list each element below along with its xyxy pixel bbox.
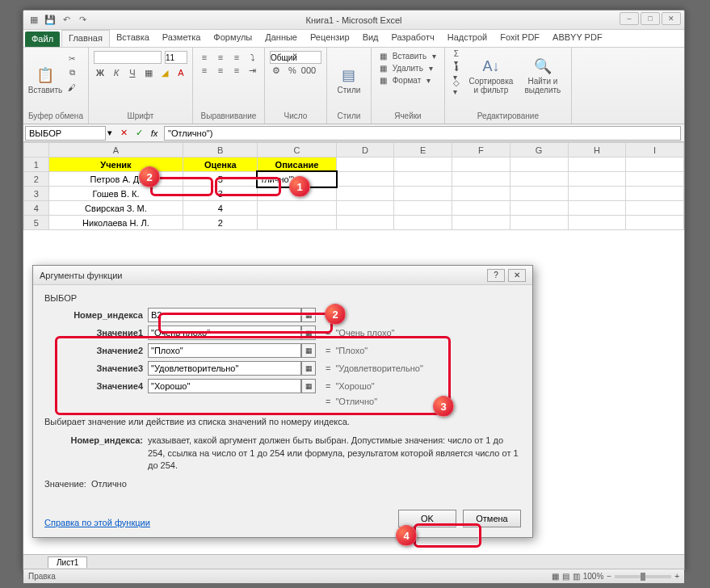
arg-input-value3[interactable] (148, 361, 301, 376)
tab-layout[interactable]: Разметка (156, 30, 208, 47)
cell[interactable] (452, 201, 510, 216)
border-icon[interactable]: ▦ (142, 66, 155, 79)
cell[interactable]: 3 (183, 187, 258, 201)
cell[interactable] (394, 172, 452, 187)
percent-icon[interactable]: % (286, 64, 299, 77)
dialog-title-bar[interactable]: Аргументы функции ? ✕ (33, 266, 532, 285)
cell[interactable] (452, 158, 510, 172)
enter-formula-icon[interactable]: ✓ (132, 127, 145, 140)
cell[interactable]: Описание (258, 158, 336, 172)
tab-abbyy[interactable]: ABBYY PDF (546, 30, 609, 47)
cancel-formula-icon[interactable]: ✕ (117, 127, 130, 140)
row-header[interactable]: 1 (24, 158, 49, 172)
cell[interactable] (258, 201, 336, 216)
font-color-icon[interactable]: A (174, 66, 187, 79)
cell[interactable]: Оценка (183, 158, 258, 172)
undo-icon[interactable]: ↶ (61, 15, 72, 26)
cell[interactable] (452, 216, 510, 230)
cut-icon[interactable]: ✂ (65, 52, 78, 65)
cells-delete[interactable]: ▦ Удалить ▾ (376, 63, 439, 74)
cell[interactable]: Гошев В. К. (48, 187, 183, 201)
cell[interactable] (568, 187, 626, 201)
zoom-percent[interactable]: 100% (583, 572, 604, 581)
cell[interactable]: 5 (183, 172, 258, 187)
cell[interactable] (394, 187, 452, 201)
arg-input-value4[interactable] (148, 379, 301, 393)
orientation-icon[interactable]: ⤵ (246, 51, 259, 64)
col-header[interactable]: E (394, 143, 452, 158)
currency-icon[interactable]: ⚙ (270, 64, 283, 77)
tab-view[interactable]: Вид (356, 30, 385, 47)
cell[interactable] (336, 158, 394, 172)
tab-foxit[interactable]: Foxit PDF (494, 30, 546, 47)
font-size-combo[interactable] (165, 51, 187, 64)
row-header[interactable]: 4 (24, 201, 49, 216)
zoom-in-icon[interactable]: + (674, 572, 679, 581)
tab-home[interactable]: Главная (61, 30, 110, 47)
fill-icon[interactable]: ⬇ ▾ (450, 66, 463, 79)
zoom-slider[interactable] (615, 575, 671, 578)
align-top-icon[interactable]: ≡ (198, 51, 211, 64)
maximize-button[interactable]: □ (641, 12, 660, 25)
col-header[interactable]: C (258, 143, 336, 158)
cell[interactable] (626, 216, 684, 230)
row-header[interactable]: 2 (24, 172, 49, 187)
arg-input-index[interactable] (148, 308, 301, 322)
cell[interactable] (452, 187, 510, 201)
autosum-icon[interactable]: Σ ▾ (450, 52, 463, 65)
cell[interactable] (336, 172, 394, 187)
styles-button[interactable]: ▤Стили (332, 51, 366, 94)
cell[interactable] (626, 201, 684, 216)
tab-insert[interactable]: Вставка (110, 30, 156, 47)
view-normal-icon[interactable]: ▦ (552, 572, 559, 581)
row-header[interactable]: 3 (24, 187, 49, 201)
cell[interactable] (510, 187, 568, 201)
cell[interactable] (258, 216, 336, 230)
cell[interactable]: Свирская З. М. (48, 201, 183, 216)
cell[interactable] (510, 158, 568, 172)
sheet-tab[interactable]: Лист1 (48, 556, 87, 568)
cell[interactable]: 4 (183, 201, 258, 216)
cell[interactable] (510, 201, 568, 216)
tab-data[interactable]: Данные (258, 30, 304, 47)
cell[interactable] (394, 201, 452, 216)
cell[interactable] (568, 201, 626, 216)
col-header[interactable]: G (510, 143, 568, 158)
tab-file[interactable]: Файл (25, 32, 60, 47)
formula-bar[interactable]: "Отлично") (164, 126, 681, 141)
comma-icon[interactable]: 000 (302, 64, 315, 77)
zoom-out-icon[interactable]: − (607, 572, 611, 581)
fill-color-icon[interactable]: ◢ (158, 66, 171, 79)
paste-button[interactable]: 📋Вставить (28, 51, 62, 94)
cell[interactable] (336, 187, 394, 201)
col-header[interactable]: I (626, 143, 684, 158)
cell[interactable] (394, 158, 452, 172)
range-select-icon[interactable]: ▦ (301, 343, 316, 358)
range-select-icon[interactable]: ▦ (301, 308, 316, 322)
arg-input-value1[interactable] (148, 326, 301, 340)
cell[interactable]: Николаева Н. Л. (48, 216, 183, 230)
cells-format[interactable]: ▦ Формат ▾ (376, 75, 439, 86)
tab-addins[interactable]: Надстрой (441, 30, 494, 47)
italic-icon[interactable]: К (110, 66, 123, 79)
cell[interactable] (626, 187, 684, 201)
cell[interactable] (626, 172, 684, 187)
cell[interactable] (568, 216, 626, 230)
save-icon[interactable]: 💾 (44, 15, 56, 26)
clear-icon[interactable]: ◇ ▾ (450, 81, 463, 94)
tab-formulas[interactable]: Формулы (207, 30, 258, 47)
align-bottom-icon[interactable]: ≡ (230, 51, 243, 64)
find-select-button[interactable]: 🔍Найти и выделить (519, 51, 566, 94)
tab-review[interactable]: Рецензир (304, 30, 356, 47)
cell[interactable] (568, 158, 626, 172)
col-header[interactable]: A (48, 143, 183, 158)
cell[interactable] (510, 172, 568, 187)
select-all-corner[interactable] (24, 143, 49, 158)
view-break-icon[interactable]: ▥ (573, 572, 580, 581)
name-box[interactable]: ВЫБОР (25, 126, 106, 141)
col-header[interactable]: H (568, 143, 626, 158)
cell[interactable]: Ученик (48, 158, 183, 172)
minimize-button[interactable]: – (620, 12, 639, 25)
cell[interactable] (568, 172, 626, 187)
cell[interactable] (336, 216, 394, 230)
